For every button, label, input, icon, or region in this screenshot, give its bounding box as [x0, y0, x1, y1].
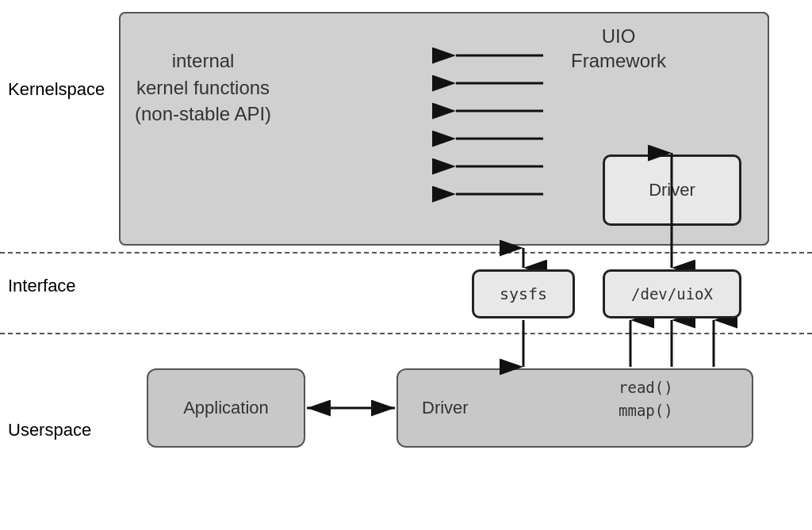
divider-kernel-interface [0, 252, 812, 254]
divider-interface-user [0, 333, 812, 334]
kernel-functions-text: internal kernel functions (non-stable AP… [135, 48, 271, 128]
uio-framework-label: UIO Framework [571, 24, 666, 73]
kernelspace-label: Kernelspace [8, 79, 105, 100]
driver-user-box: Driver [396, 368, 753, 448]
interface-label: Interface [8, 276, 76, 296]
devuiox-box: /dev/uioX [603, 269, 741, 318]
driver-user-code: read() mmap() [619, 376, 673, 421]
driver-kernel-box: Driver [603, 154, 741, 226]
sysfs-box: sysfs [472, 269, 575, 318]
diagram: Kernelspace Interface Userspace internal… [0, 0, 812, 530]
userspace-label: Userspace [8, 420, 91, 440]
application-box: Application [147, 368, 305, 448]
